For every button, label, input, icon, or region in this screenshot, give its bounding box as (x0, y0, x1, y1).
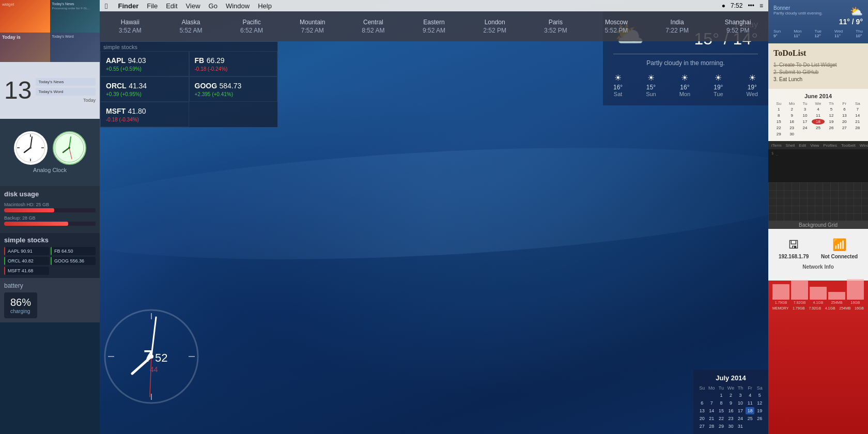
edit-menu[interactable]: Edit (166, 2, 177, 10)
view-menu[interactable]: View (186, 2, 200, 10)
today-date: 13 (4, 78, 32, 103)
svg-text:7: 7 (144, 347, 153, 365)
todolist-title: ToDoList (773, 49, 863, 58)
ss-fb: FB 64.50 (51, 247, 96, 255)
timezone-alaska: Alaska 5:52 AM (161, 16, 222, 37)
forecast-sat: ☀ 16° Sat (613, 73, 623, 97)
grid-overlay (768, 182, 868, 221)
big-clock-svg: 7 52 44 (100, 305, 203, 408)
today-btn[interactable]: Today (36, 98, 96, 103)
network-info-title: Network Info (772, 264, 864, 270)
help-menu[interactable]: Help (258, 2, 272, 10)
clock-icon: ● (722, 2, 725, 9)
forecast-mon: ☀ 16° Mon (679, 73, 690, 97)
todo-item-2: 2. Submit to GitHub (773, 69, 863, 75)
file-menu[interactable]: File (147, 2, 158, 10)
right-weather-mini: Bonner Partly cloudy until evening. ⛅ 11… (768, 0, 868, 43)
right-weather-icon: ⛅ (839, 5, 863, 18)
thumb-3: Today is (0, 33, 50, 63)
today-widget: 13 Today's News Today's Word Today (0, 62, 100, 119)
calendar-july-grid: SuMoTu WeThFr Sa 1 234 567 8910 111213 1… (698, 385, 764, 430)
go-menu[interactable]: Go (209, 2, 218, 10)
calendar-july-title: July 2014 (698, 374, 764, 382)
stock-msft: MSFT 41.80 -0.18 (-0.34%) (100, 102, 189, 127)
timezone-central: Central 8:52 AM (343, 16, 404, 37)
disk-macintosh-row: Macintosh HD: 25 GB (4, 202, 96, 212)
terminal-content: $ _ (768, 149, 868, 158)
calendar-june-widget: June 2014 SuMoTu WeThFrSa 123 4567 8910 … (768, 89, 868, 141)
today-small-widgets: Today's News Today's Word Today (36, 78, 96, 103)
battery-percent-box: 86% charging (4, 292, 37, 318)
network-info-widget: 🖫 192.168.1.79 📶 Not Connected Network I… (768, 229, 868, 281)
todo-item-1: 1. Create To-Do List Widget (773, 62, 863, 68)
disk-usage-widget: disk usage Macintosh HD: 25 GB Backup: 2… (0, 186, 100, 233)
forecast-sun: ☀ 15° Sun (646, 73, 656, 97)
memory-widget: 1.79GB 7.92GB 4.1GB 254MB 16GB MEMORY 1.… (768, 281, 868, 434)
big-analog-clock: 7 52 44 (100, 305, 203, 408)
apple-menu[interactable]:  (105, 2, 107, 10)
timezone-paris: Paris 3:52 PM (525, 16, 586, 37)
thumb-1: widget (0, 0, 50, 33)
forecast-tue: ☀ 19° Tue (714, 73, 723, 97)
ss-mini-title: simple stocks (4, 236, 96, 244)
battery-widget: battery 86% charging (0, 278, 100, 322)
finder-menu[interactable]: Finder (118, 2, 138, 10)
network-ethernet: 🖫 192.168.1.79 (779, 238, 809, 259)
world-clock-bar: Hawaii 3:52 AM Alaska 5:52 AM Pacific 6:… (100, 11, 768, 41)
left-sidebar: widget Today's News Processing order for… (0, 0, 100, 434)
stock-goog: GOOG 584.73 +2.395 (+0.41%) (189, 76, 278, 102)
weather-forecast: ☀ 16° Sat ☀ 15° Sun ☀ 16° Mon ☀ 19° Tue … (613, 73, 758, 97)
timezone-moscow: Moscow 5:52 PM (586, 16, 647, 37)
menubar-time: 7:52 (731, 2, 742, 9)
memory-bars: 1.79GB 7.92GB 4.1GB 254MB 16GB (772, 284, 864, 304)
timezone-pacific: Pacific 6:52 AM (221, 16, 282, 37)
simple-stocks-mini-widget: simple stocks AAPL 90.91 FB 64.50 ORCL 4… (0, 233, 100, 278)
stock-aapl: AAPL 94.03 +0.55 (+0.59%) (100, 51, 189, 76)
analog-clock-widget: Analog Clock (0, 119, 100, 186)
disk-backup-row: Backup: 28 GB (4, 215, 96, 226)
todolist-widget: ToDoList 1. Create To-Do List Widget 2. … (768, 43, 868, 89)
background-grid-widget: Background Grid (768, 182, 868, 229)
analog-clock-label: Analog Clock (33, 165, 67, 174)
timezone-eastern: Eastern 9:52 AM (404, 16, 464, 37)
timezone-london: London 2:52 PM (464, 16, 525, 37)
green-clock-face (53, 131, 86, 165)
timezone-shanghai: Shanghai 9:52 PM (707, 16, 768, 37)
stocks-widget-main: simple stocks AAPL 94.03 +0.55 (+0.59%) … (100, 41, 278, 128)
forecast-wed: ☀ 19° Wed (747, 73, 758, 97)
svg-point-19 (29, 147, 32, 149)
calendar-june-title: June 2014 (772, 93, 864, 99)
terminal-menubar: iTermShellEditView ProfilesToolbeltWindo… (768, 141, 868, 149)
ss-goog: GOOG 556.36 (51, 257, 96, 265)
network-wifi: 📶 Not Connected (821, 238, 858, 259)
today-news: Today's News (36, 78, 96, 86)
svg-point-24 (68, 147, 70, 149)
thumbnail-grid: widget Today's News Processing order for… (0, 0, 100, 62)
ss-orcl: ORCL 40.82 (4, 257, 49, 265)
timezone-mountain: Mountain 7:52 AM (282, 16, 343, 37)
disk-usage-title: disk usage (4, 190, 96, 198)
battery-title: battery (4, 282, 96, 289)
calendar-july-widget: July 2014 SuMoTu WeThFr Sa 1 234 567 891… (693, 370, 768, 434)
right-sidebar: Bonner Partly cloudy until evening. ⛅ 11… (768, 0, 868, 434)
thumb-4: Today's Word (50, 33, 100, 63)
timezone-india: India 7:22 PM (647, 16, 708, 37)
menubar-dots: ••• (748, 2, 754, 9)
stock-orcl: ORCL 41.34 +0.39 (+0.95%) (100, 76, 189, 102)
svg-text:52: 52 (155, 351, 167, 364)
stocks-label: simple stocks (100, 42, 277, 51)
todo-item-3: 3. Eat Lunch (773, 76, 863, 82)
menubar:  Finder File Edit View Go Window Help ●… (100, 0, 768, 11)
stock-fb: FB 66.29 -0.18 (-0.24%) (189, 51, 278, 76)
menubar-list: ≡ (760, 2, 763, 9)
window-menu[interactable]: Window (226, 2, 250, 10)
svg-text:44: 44 (150, 365, 158, 374)
memory-stats-row: MEMORY 1.79GB 7.92GB 4.1GB 254MB 16GB (772, 306, 864, 310)
background-grid-label: Background Grid (768, 221, 868, 229)
today-word: Today's Word (36, 88, 96, 96)
analog-clock-face (14, 131, 48, 165)
calendar-june-grid: SuMoTu WeThFrSa 123 4567 8910 11121314 1… (772, 101, 864, 137)
ss-aapl: AAPL 90.91 (4, 247, 49, 255)
timezone-hawaii: Hawaii 3:52 AM (100, 16, 161, 37)
weather-desc: Partly cloudy in the morning. (613, 59, 758, 67)
